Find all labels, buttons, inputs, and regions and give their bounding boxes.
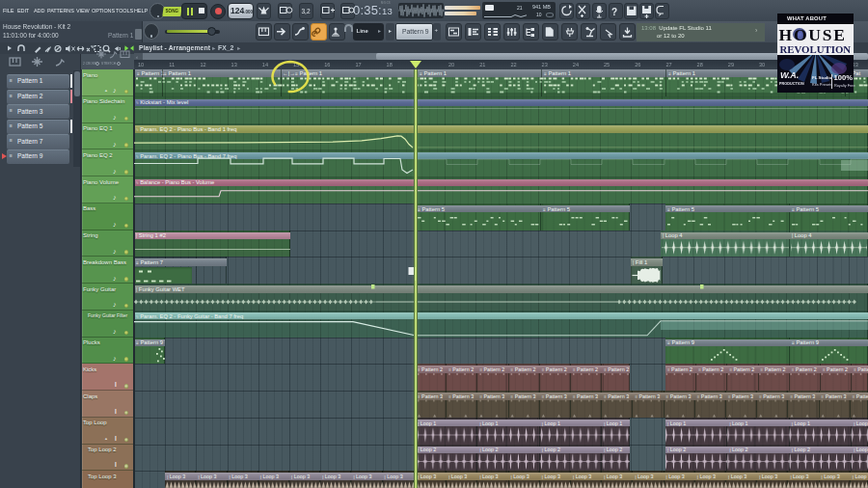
svg-text:?: ? bbox=[611, 7, 617, 17]
svg-text:3,2: 3,2 bbox=[302, 8, 311, 14]
